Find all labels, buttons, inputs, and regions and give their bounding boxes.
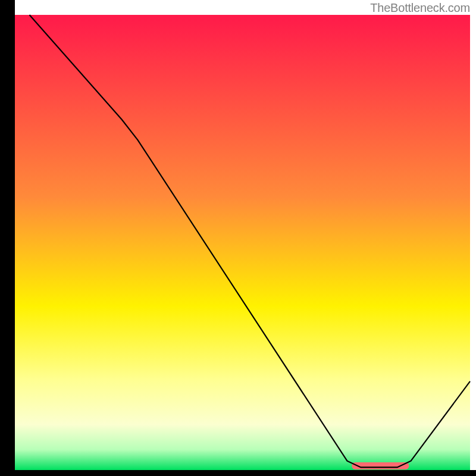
axis-bottom: [0, 470, 476, 476]
axis-left: [0, 0, 15, 476]
chart-wrapper: { "attribution": "TheBottleneck.com", "c…: [0, 0, 476, 476]
bottleneck-chart: [0, 0, 476, 476]
plot-background: [15, 15, 470, 470]
